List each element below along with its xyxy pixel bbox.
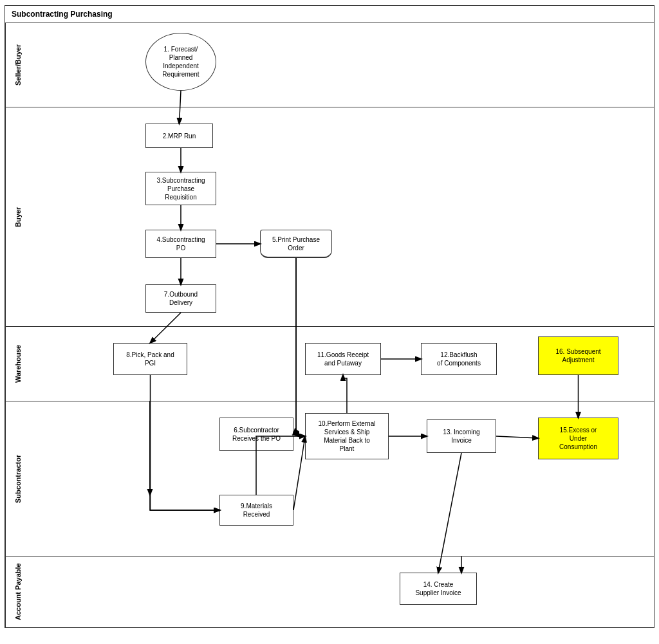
lane-content-warehouse: 8.Pick, Pack andPGI 11.Goods Receiptand … [30,327,654,401]
lane-subcontractor: Subcontractor 6.SubcontractorReceives th… [5,401,654,557]
ap-arrows [30,557,654,627]
node-10: 10.Perform ExternalServices & ShipMateri… [305,413,389,459]
node-16: 16. SubsequentAdjustment [538,336,618,375]
svg-line-6 [293,437,305,510]
node-2: 2.MRP Run [145,124,213,148]
lane-seller-buyer: Seller/Buyer 1. Forecast/PlannedIndepend… [5,23,654,107]
lane-content-buyer: 2.MRP Run 3.SubcontractingPurchaseRequis… [30,107,654,326]
lane-label-buyer: Buyer [5,107,30,326]
node-12: 12.Backflushof Components [421,343,497,375]
node-14: 14. CreateSupplier Invoice [400,573,477,605]
node-3: 3.SubcontractingPurchaseRequisition [145,172,216,205]
lane-buyer: Buyer 2.MRP Run 3.SubcontractingPurchase… [5,107,654,327]
node-11: 11.Goods Receiptand Putaway [305,343,381,375]
lane-content-seller-buyer: 1. Forecast/PlannedIndependentRequiremen… [30,23,654,107]
node-15: 15.Excess orUnderConsumption [538,418,618,459]
buyer-arrows [30,107,654,326]
svg-line-8 [496,436,538,438]
lane-label-subcontractor: Subcontractor [5,401,30,556]
lane-label-seller-buyer: Seller/Buyer [5,23,30,107]
node-13: 13. IncomingInvoice [427,419,496,453]
node-4: 4.SubcontractingPO [145,230,216,258]
lane-label-account-payable: Account Payable [5,557,30,627]
lane-account-payable: Account Payable 14. CreateSupplier Invoi… [5,557,654,627]
lane-warehouse: Warehouse 8.Pick, Pack andPGI 11.Goods R… [5,327,654,401]
node-1: 1. Forecast/PlannedIndependentRequiremen… [145,33,216,91]
lane-label-warehouse: Warehouse [5,327,30,401]
node-5: 5.Print PurchaseOrder [260,230,332,258]
diagram-container: Subcontracting Purchasing Seller/Buyer 1… [5,5,654,628]
lane-content-account-payable: 14. CreateSupplier Invoice [30,557,654,627]
node-8: 8.Pick, Pack andPGI [113,343,187,375]
node-9: 9.MaterialsReceived [219,495,293,526]
node-7: 7.OutboundDelivery [145,284,216,313]
lane-content-subcontractor: 6.SubcontractorReceives the PO 10.Perfor… [30,401,654,556]
node-6: 6.SubcontractorReceives the PO [219,418,293,451]
diagram-title: Subcontracting Purchasing [5,6,654,23]
